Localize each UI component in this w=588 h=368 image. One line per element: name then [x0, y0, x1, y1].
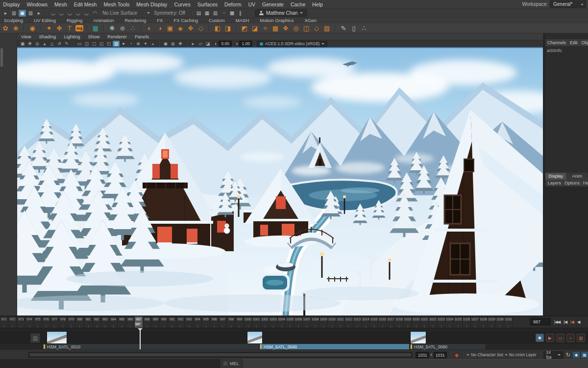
mash-distribute-icon[interactable]: ◐ — [145, 24, 154, 32]
shelf-tool-icon[interactable]: ✿ — [1, 24, 10, 32]
frame-tick[interactable]: 1031 — [504, 316, 513, 328]
mash-world-icon[interactable]: ▨ — [322, 24, 331, 32]
frame-tick[interactable]: 1030 — [496, 316, 504, 328]
frame-tick[interactable]: 988 — [143, 316, 151, 328]
frame-tick[interactable]: 1010 — [328, 316, 336, 328]
playback-loop-toggle[interactable]: ↻ — [565, 352, 571, 358]
frame-tick[interactable]: 987987 — [135, 316, 143, 328]
frame-tick[interactable]: 993 — [185, 316, 193, 328]
shelf-tab[interactable]: Animation — [93, 18, 114, 23]
film-gate-icon[interactable]: ◫ — [83, 41, 90, 47]
frame-tick[interactable]: 991 — [168, 316, 176, 328]
shot-thumbnail[interactable] — [410, 331, 426, 344]
mash-time-icon[interactable]: ◎ — [292, 24, 300, 32]
panel-menu-item[interactable]: View — [21, 34, 31, 39]
ipr-render-icon[interactable]: ▥ — [212, 10, 219, 17]
playback-end-field[interactable]: 1031 — [434, 352, 447, 358]
frame-tick[interactable]: 1012 — [344, 316, 353, 328]
isolate-select-icon[interactable]: ▸ — [190, 41, 196, 47]
mash-offset-icon[interactable]: ✥ — [186, 24, 195, 32]
points-icon[interactable]: ∴ — [128, 24, 137, 32]
frame-tick[interactable]: 1004 — [277, 316, 286, 328]
use-all-lights-icon[interactable]: ⊗ — [135, 41, 142, 47]
gamma-control[interactable]: ◑ 1.00 — [235, 41, 252, 47]
mash-network-icon[interactable]: ◉ — [28, 24, 37, 32]
frame-tick[interactable]: 989 — [151, 316, 160, 328]
snap-to-point-magnet[interactable]: ◡ — [66, 10, 74, 17]
mash-trails-icon[interactable]: ◫ — [302, 24, 311, 32]
shelf-tab[interactable]: Rigging — [67, 18, 82, 23]
playblast-sequence-button[interactable]: ▶ — [546, 334, 554, 342]
play-backwards-button[interactable]: ◀ — [577, 318, 581, 325]
frame-tick[interactable]: 981 — [84, 316, 93, 328]
textured-mode-icon[interactable]: ◔ — [127, 41, 134, 47]
shelf-tab[interactable]: FX Caching — [173, 18, 198, 23]
frame-tick[interactable]: 976 — [42, 316, 50, 328]
wireframe-on-shaded-icon[interactable]: ▥ — [113, 41, 120, 47]
mash-repro-icon[interactable]: ◩ — [240, 24, 249, 32]
open-render-view-icon[interactable]: ▤ — [195, 10, 202, 17]
curve-warp-icon[interactable]: ✤ — [55, 24, 64, 32]
menu-item[interactable]: Deform — [224, 1, 241, 7]
frame-tick[interactable]: 990 — [160, 316, 168, 328]
shelf-tab[interactable]: Custom — [209, 18, 225, 23]
frame-tick[interactable]: 1017 — [387, 316, 395, 328]
frame-tick[interactable]: 994 — [194, 316, 202, 328]
auto-keyframe-toggle[interactable]: ◆ — [454, 352, 460, 358]
shot-clip-selected[interactable]: HSM_SATL_0040 — [260, 344, 409, 349]
frame-tick[interactable]: 985 — [118, 316, 126, 328]
menu-item[interactable]: Edit Mesh — [74, 1, 97, 7]
channel-box-menu[interactable]: Object — [582, 40, 588, 45]
range-slider[interactable] — [28, 352, 413, 358]
frame-tick[interactable]: 996 — [210, 316, 219, 328]
mash-placer-icon[interactable]: ◧ — [213, 24, 222, 32]
panel-menu-item[interactable]: Shading — [39, 34, 56, 39]
mash-star-icon[interactable]: ✦ — [45, 24, 53, 32]
pause-viewport-icon[interactable]: ∥ — [237, 10, 244, 17]
shelf-tab[interactable]: Motion Graphics — [260, 18, 294, 23]
mash-id-icon[interactable]: ◈ — [176, 24, 185, 32]
shot-thumbnail[interactable] — [247, 331, 263, 344]
frame-tick[interactable]: 1027 — [471, 316, 479, 328]
frame-tick[interactable]: 1011 — [336, 316, 344, 328]
collapse-section-arrow[interactable]: ▸ — [35, 10, 43, 17]
frame-tick[interactable]: 1007 — [303, 316, 311, 328]
occlusion-icon[interactable]: ◒ — [149, 41, 156, 47]
bookmark-icon[interactable]: ▴ — [41, 41, 48, 47]
motion-blur-icon[interactable]: ◉ — [162, 41, 169, 47]
undo-view-icon[interactable]: ↺ — [56, 41, 63, 47]
viewport-canvas[interactable] — [17, 48, 543, 315]
sequencer-playhead[interactable] — [140, 328, 141, 350]
frame-tick[interactable]: 1016 — [378, 316, 387, 328]
frame-tick[interactable]: 1013 — [353, 316, 362, 328]
field-chart-icon[interactable]: ◱ — [98, 41, 105, 47]
frame-tick[interactable]: 1000 — [244, 316, 252, 328]
shelf-tab[interactable]: Sculpting — [4, 18, 23, 23]
animation-end-field[interactable]: 1031 — [416, 352, 429, 358]
scrollbar[interactable] — [0, 48, 3, 67]
frame-tick[interactable]: 972 — [8, 316, 17, 328]
panel-menu-item[interactable]: Renderer — [107, 34, 127, 39]
sequence-manager-button[interactable]: ▤ — [577, 334, 585, 342]
menu-item[interactable]: Generate — [262, 1, 284, 7]
menu-item[interactable]: Surfaces — [197, 1, 218, 7]
sync-sequence-button[interactable]: = — [566, 334, 575, 342]
mash-dynamics-icon[interactable]: ◑ — [155, 24, 164, 32]
mash-visibility-icon[interactable]: ◇ — [312, 24, 321, 32]
frame-tick[interactable]: 1009 — [319, 316, 328, 328]
frame-tick[interactable]: 1029 — [488, 316, 496, 328]
color-space-dropdown[interactable]: ACES 1.0 SDR-video (sRGB) — [257, 41, 327, 47]
grease-pencil-icon[interactable]: ✎ — [63, 41, 70, 47]
create-ubercam-button[interactable]: ✱ — [536, 334, 544, 342]
select-camera-icon[interactable]: △ — [49, 41, 55, 47]
frame-tick[interactable]: 1018 — [395, 316, 403, 328]
grid-node-icon[interactable]: ▦ — [91, 24, 100, 32]
pencil-tool-icon[interactable]: ✎ — [339, 24, 348, 32]
shot-clip[interactable]: HSM_SATL_0060 — [410, 344, 485, 349]
range-slider-handle[interactable] — [30, 353, 411, 356]
frame-tick[interactable]: 973 — [17, 316, 25, 328]
anim-layer-dropdown[interactable]: No Anim Layer — [505, 352, 537, 357]
xray-icon[interactable]: ▱ — [197, 41, 204, 47]
symmetry-dropdown[interactable]: Symmetry: Off — [154, 10, 185, 16]
render-settings-icon[interactable]: ◔ — [220, 10, 227, 17]
